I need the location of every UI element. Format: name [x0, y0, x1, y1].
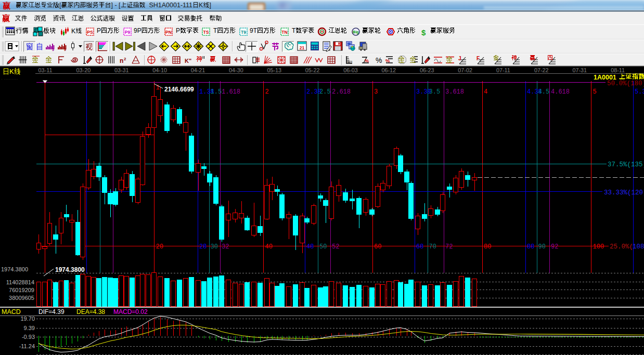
svg-text:38009605: 38009605: [9, 295, 34, 301]
svg-text:n: n: [120, 57, 123, 64]
svg-text:2: 2: [265, 88, 269, 96]
svg-text:05-22: 05-22: [305, 67, 320, 73]
svg-text:68: 68: [416, 243, 423, 251]
svg-text:5: 5: [593, 88, 597, 96]
svg-text:37.5%(135): 37.5%(135): [608, 161, 644, 168]
svg-text:1.5: 1.5: [211, 88, 222, 96]
svg-text:03-11: 03-11: [38, 67, 53, 73]
svg-text:$: $: [421, 28, 426, 37]
svg-text:20: 20: [156, 243, 163, 251]
svg-text:06-12: 06-12: [381, 67, 396, 73]
svg-text:]: ]: [209, 2, 211, 9]
svg-text:06-23: 06-23: [420, 67, 434, 73]
svg-text:48: 48: [306, 243, 314, 251]
svg-text:4.618: 4.618: [551, 88, 570, 96]
svg-text:1974.3800: 1974.3800: [55, 266, 85, 273]
svg-text:T9: T9: [241, 30, 246, 35]
svg-text:9: 9: [64, 48, 66, 51]
svg-text:K: K: [71, 28, 76, 35]
svg-text:2.5: 2.5: [319, 88, 331, 96]
svg-text:4: 4: [484, 88, 487, 96]
svg-text:2.618: 2.618: [332, 88, 351, 96]
svg-text:04-30: 04-30: [229, 67, 243, 73]
svg-text:] - [: ] - [: [111, 2, 121, 9]
svg-text:-0.93: -0.93: [22, 334, 35, 340]
svg-text:9T: 9T: [250, 27, 257, 34]
svg-text:DEA=4.38: DEA=4.38: [76, 308, 105, 315]
svg-text:30: 30: [211, 243, 218, 251]
svg-text:04-21: 04-21: [191, 67, 205, 73]
svg-text:06-03: 06-03: [343, 67, 358, 73]
svg-text:MACD=0.02: MACD=0.02: [113, 308, 148, 315]
svg-text:50.0%(180): 50.0%(180): [607, 80, 644, 87]
svg-text:07-02: 07-02: [458, 67, 472, 73]
svg-text:03-20: 03-20: [76, 67, 91, 73]
svg-text:114028814: 114028814: [6, 279, 34, 285]
svg-text:72: 72: [445, 243, 453, 251]
svg-text:4.5: 4.5: [538, 88, 550, 96]
svg-text:123: 123: [347, 60, 352, 63]
svg-text:1: 1: [156, 84, 160, 91]
svg-text:%: %: [365, 58, 369, 63]
svg-text:76019209: 76019209: [9, 287, 34, 293]
svg-text:· ·········: · ·········: [1, 76, 18, 82]
svg-text:25.0%(: 25.0%(: [610, 243, 633, 251]
svg-text:1.618: 1.618: [222, 88, 240, 96]
svg-text:07-22: 07-22: [534, 67, 549, 73]
svg-text:TN: TN: [281, 30, 287, 35]
svg-text:3.618: 3.618: [445, 88, 464, 96]
svg-text:%: %: [385, 58, 390, 63]
svg-text:19.70: 19.70: [20, 315, 35, 322]
svg-text:TS: TS: [203, 30, 209, 35]
svg-text:MACD: MACD: [2, 308, 21, 315]
svg-text:05-13: 05-13: [267, 67, 281, 73]
svg-text:108: 108: [633, 243, 644, 251]
svg-text:1974.3800: 1974.3800: [1, 266, 28, 272]
svg-text:07-31: 07-31: [572, 67, 587, 73]
svg-text:100: 100: [593, 243, 604, 251]
svg-text:33.33%(120): 33.33%(120): [604, 189, 644, 196]
svg-text:60: 60: [374, 243, 381, 251]
svg-text:SH1A0001-111: SH1A0001-111: [146, 2, 193, 9]
svg-text:32: 32: [222, 243, 229, 251]
svg-text:21: 21: [300, 45, 305, 50]
svg-text:9P: 9P: [134, 27, 141, 34]
svg-text:08-11: 08-11: [611, 67, 625, 73]
svg-text:9.39: 9.39: [24, 325, 35, 331]
svg-text:Big: Big: [353, 30, 358, 34]
svg-text:K: K: [9, 68, 14, 75]
svg-text:P9: P9: [125, 30, 131, 35]
svg-text:P: P: [97, 27, 101, 34]
svg-text:3.5: 3.5: [429, 88, 441, 96]
svg-text:-11.24: -11.24: [19, 343, 35, 349]
svg-text:2146.6699: 2146.6699: [164, 86, 194, 93]
svg-text:J: J: [458, 56, 461, 61]
svg-text:80: 80: [484, 243, 491, 251]
svg-text:%: %: [376, 56, 382, 64]
svg-text:70: 70: [429, 243, 436, 251]
svg-text:50: 50: [319, 243, 327, 251]
svg-text:T: T: [213, 27, 217, 34]
svg-text:DIF=4.39: DIF=4.39: [38, 308, 65, 315]
svg-text:PS: PS: [87, 30, 93, 35]
svg-text:40: 40: [265, 243, 273, 251]
svg-text:K": K": [185, 58, 191, 64]
svg-text:52: 52: [332, 243, 339, 251]
svg-text:88: 88: [527, 243, 534, 251]
svg-text:90: 90: [538, 243, 546, 251]
svg-text:07-11: 07-11: [496, 67, 510, 73]
svg-text:[: [: [59, 2, 61, 9]
svg-text:T: T: [292, 27, 296, 34]
svg-text:28: 28: [199, 243, 207, 251]
svg-text:PN: PN: [165, 30, 172, 35]
svg-text:K: K: [199, 2, 203, 9]
svg-text:3: 3: [374, 88, 378, 96]
svg-text:3: 3: [52, 48, 54, 51]
svg-text:2: 2: [124, 57, 126, 61]
svg-text:04-10: 04-10: [152, 67, 167, 73]
svg-text:03-31: 03-31: [114, 67, 129, 73]
svg-text:5.38: 5.38: [635, 88, 644, 96]
svg-text:F: F: [476, 56, 480, 61]
svg-text:92: 92: [551, 243, 558, 251]
svg-text:P: P: [176, 27, 180, 34]
